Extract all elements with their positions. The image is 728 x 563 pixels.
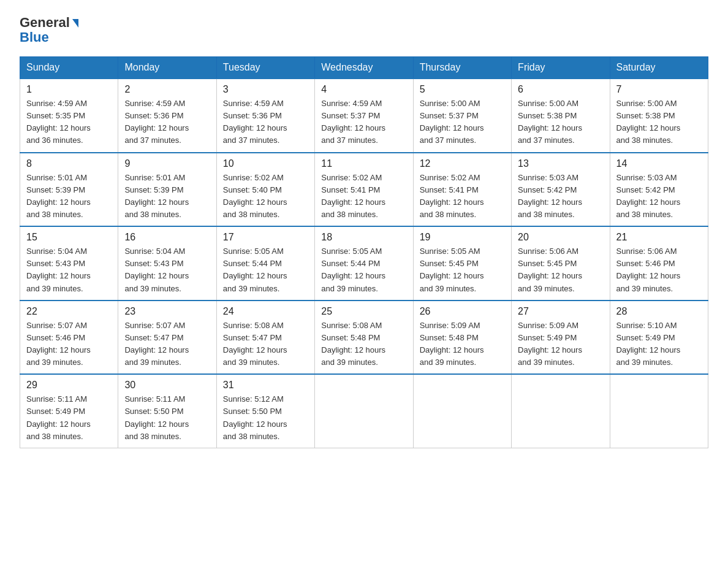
day-info: Sunrise: 5:03 AM Sunset: 5:42 PM Dayligh… — [616, 172, 702, 221]
logo-blue: Blue — [20, 29, 49, 45]
day-cell: 18 Sunrise: 5:05 AM Sunset: 5:44 PM Dayl… — [315, 226, 413, 301]
day-info: Sunrise: 5:06 AM Sunset: 5:45 PM Dayligh… — [518, 245, 603, 295]
day-info: Sunrise: 5:02 AM Sunset: 5:41 PM Dayligh… — [420, 172, 505, 221]
day-info: Sunrise: 5:06 AM Sunset: 5:46 PM Dayligh… — [616, 245, 702, 295]
logo-general: General — [20, 15, 70, 31]
logo-arrow-icon — [72, 19, 78, 28]
day-number: 8 — [26, 158, 112, 169]
day-info: Sunrise: 5:03 AM Sunset: 5:42 PM Dayligh… — [518, 172, 603, 221]
day-number: 17 — [223, 232, 308, 243]
day-number: 14 — [616, 158, 702, 169]
day-cell — [413, 374, 511, 448]
day-cell: 25 Sunrise: 5:08 AM Sunset: 5:48 PM Dayl… — [315, 301, 413, 375]
day-number: 18 — [321, 232, 406, 243]
day-info: Sunrise: 5:07 AM Sunset: 5:47 PM Dayligh… — [124, 320, 210, 369]
day-number: 4 — [321, 84, 406, 95]
calendar-header: SundayMondayTuesdayWednesdayThursdayFrid… — [20, 57, 708, 79]
day-info: Sunrise: 5:08 AM Sunset: 5:48 PM Dayligh… — [321, 320, 406, 369]
day-number: 10 — [223, 158, 308, 169]
day-cell: 1 Sunrise: 4:59 AM Sunset: 5:35 PM Dayli… — [20, 79, 118, 153]
day-cell: 28 Sunrise: 5:10 AM Sunset: 5:49 PM Dayl… — [610, 301, 708, 375]
day-number: 30 — [124, 380, 210, 391]
day-info: Sunrise: 5:04 AM Sunset: 5:43 PM Dayligh… — [124, 245, 210, 295]
day-info: Sunrise: 5:05 AM Sunset: 5:44 PM Dayligh… — [321, 245, 406, 295]
day-cell — [512, 374, 610, 448]
calendar-body: 1 Sunrise: 4:59 AM Sunset: 5:35 PM Dayli… — [20, 79, 708, 448]
day-cell: 2 Sunrise: 4:59 AM Sunset: 5:36 PM Dayli… — [118, 79, 216, 153]
day-cell: 31 Sunrise: 5:12 AM Sunset: 5:50 PM Dayl… — [216, 374, 314, 448]
day-cell: 30 Sunrise: 5:11 AM Sunset: 5:50 PM Dayl… — [118, 374, 216, 448]
day-info: Sunrise: 5:02 AM Sunset: 5:41 PM Dayligh… — [321, 172, 406, 221]
day-cell: 5 Sunrise: 5:00 AM Sunset: 5:37 PM Dayli… — [413, 79, 511, 153]
col-header-monday: Monday — [118, 57, 216, 79]
day-cell: 14 Sunrise: 5:03 AM Sunset: 5:42 PM Dayl… — [610, 153, 708, 227]
day-info: Sunrise: 5:08 AM Sunset: 5:47 PM Dayligh… — [223, 320, 308, 369]
day-info: Sunrise: 5:00 AM Sunset: 5:38 PM Dayligh… — [518, 98, 603, 147]
day-number: 13 — [518, 158, 603, 169]
day-info: Sunrise: 5:09 AM Sunset: 5:49 PM Dayligh… — [518, 320, 603, 369]
day-info: Sunrise: 5:11 AM Sunset: 5:49 PM Dayligh… — [26, 393, 112, 443]
day-info: Sunrise: 5:05 AM Sunset: 5:45 PM Dayligh… — [420, 245, 505, 295]
day-number: 29 — [26, 380, 112, 391]
day-cell: 6 Sunrise: 5:00 AM Sunset: 5:38 PM Dayli… — [512, 79, 610, 153]
day-info: Sunrise: 5:01 AM Sunset: 5:39 PM Dayligh… — [124, 172, 210, 221]
day-number: 28 — [616, 306, 702, 317]
day-cell: 11 Sunrise: 5:02 AM Sunset: 5:41 PM Dayl… — [315, 153, 413, 227]
day-cell: 15 Sunrise: 5:04 AM Sunset: 5:43 PM Dayl… — [20, 226, 118, 301]
day-cell: 10 Sunrise: 5:02 AM Sunset: 5:40 PM Dayl… — [216, 153, 314, 227]
day-number: 1 — [26, 84, 112, 95]
day-cell: 9 Sunrise: 5:01 AM Sunset: 5:39 PM Dayli… — [118, 153, 216, 227]
day-cell: 3 Sunrise: 4:59 AM Sunset: 5:36 PM Dayli… — [216, 79, 314, 153]
logo-text: General — [20, 15, 78, 31]
day-cell: 4 Sunrise: 4:59 AM Sunset: 5:37 PM Dayli… — [315, 79, 413, 153]
day-number: 3 — [223, 84, 308, 95]
day-info: Sunrise: 5:00 AM Sunset: 5:37 PM Dayligh… — [420, 98, 505, 147]
day-info: Sunrise: 4:59 AM Sunset: 5:36 PM Dayligh… — [223, 98, 308, 147]
day-info: Sunrise: 4:59 AM Sunset: 5:36 PM Dayligh… — [124, 98, 210, 147]
day-number: 22 — [26, 306, 112, 317]
day-number: 9 — [124, 158, 210, 169]
day-cell: 7 Sunrise: 5:00 AM Sunset: 5:38 PM Dayli… — [610, 79, 708, 153]
day-cell: 27 Sunrise: 5:09 AM Sunset: 5:49 PM Dayl… — [512, 301, 610, 375]
week-row-2: 8 Sunrise: 5:01 AM Sunset: 5:39 PM Dayli… — [20, 153, 708, 227]
page-header: General Blue — [20, 15, 708, 45]
day-number: 23 — [124, 306, 210, 317]
day-info: Sunrise: 5:09 AM Sunset: 5:48 PM Dayligh… — [420, 320, 505, 369]
day-info: Sunrise: 5:12 AM Sunset: 5:50 PM Dayligh… — [223, 393, 308, 443]
day-number: 20 — [518, 232, 603, 243]
week-row-5: 29 Sunrise: 5:11 AM Sunset: 5:49 PM Dayl… — [20, 374, 708, 448]
day-number: 12 — [420, 158, 505, 169]
day-cell — [610, 374, 708, 448]
day-cell: 26 Sunrise: 5:09 AM Sunset: 5:48 PM Dayl… — [413, 301, 511, 375]
day-info: Sunrise: 4:59 AM Sunset: 5:35 PM Dayligh… — [26, 98, 112, 147]
day-number: 2 — [124, 84, 210, 95]
day-info: Sunrise: 5:07 AM Sunset: 5:46 PM Dayligh… — [26, 320, 112, 369]
day-number: 19 — [420, 232, 505, 243]
day-cell: 8 Sunrise: 5:01 AM Sunset: 5:39 PM Dayli… — [20, 153, 118, 227]
day-info: Sunrise: 5:01 AM Sunset: 5:39 PM Dayligh… — [26, 172, 112, 221]
week-row-1: 1 Sunrise: 4:59 AM Sunset: 5:35 PM Dayli… — [20, 79, 708, 153]
day-number: 24 — [223, 306, 308, 317]
header-row: SundayMondayTuesdayWednesdayThursdayFrid… — [20, 57, 708, 79]
day-cell: 23 Sunrise: 5:07 AM Sunset: 5:47 PM Dayl… — [118, 301, 216, 375]
week-row-4: 22 Sunrise: 5:07 AM Sunset: 5:46 PM Dayl… — [20, 301, 708, 375]
day-cell: 17 Sunrise: 5:05 AM Sunset: 5:44 PM Dayl… — [216, 226, 314, 301]
day-number: 7 — [616, 84, 702, 95]
col-header-friday: Friday — [512, 57, 610, 79]
day-number: 26 — [420, 306, 505, 317]
day-cell: 21 Sunrise: 5:06 AM Sunset: 5:46 PM Dayl… — [610, 226, 708, 301]
logo: General Blue — [20, 15, 78, 45]
col-header-wednesday: Wednesday — [315, 57, 413, 79]
day-cell — [315, 374, 413, 448]
day-info: Sunrise: 5:00 AM Sunset: 5:38 PM Dayligh… — [616, 98, 702, 147]
day-info: Sunrise: 5:04 AM Sunset: 5:43 PM Dayligh… — [26, 245, 112, 295]
day-cell: 24 Sunrise: 5:08 AM Sunset: 5:47 PM Dayl… — [216, 301, 314, 375]
day-info: Sunrise: 5:05 AM Sunset: 5:44 PM Dayligh… — [223, 245, 308, 295]
day-info: Sunrise: 5:02 AM Sunset: 5:40 PM Dayligh… — [223, 172, 308, 221]
day-cell: 13 Sunrise: 5:03 AM Sunset: 5:42 PM Dayl… — [512, 153, 610, 227]
day-number: 21 — [616, 232, 702, 243]
day-info: Sunrise: 5:10 AM Sunset: 5:49 PM Dayligh… — [616, 320, 702, 369]
day-info: Sunrise: 5:11 AM Sunset: 5:50 PM Dayligh… — [124, 393, 210, 443]
day-cell: 20 Sunrise: 5:06 AM Sunset: 5:45 PM Dayl… — [512, 226, 610, 301]
day-cell: 19 Sunrise: 5:05 AM Sunset: 5:45 PM Dayl… — [413, 226, 511, 301]
